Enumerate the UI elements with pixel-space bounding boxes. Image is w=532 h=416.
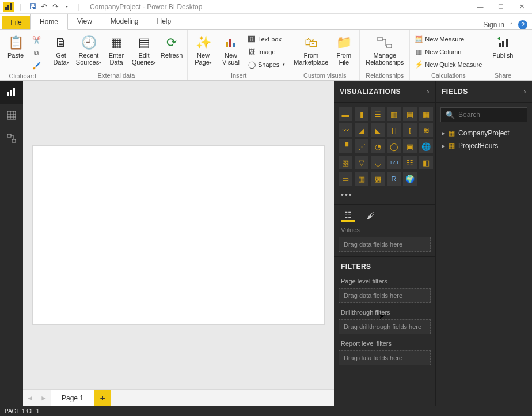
format-painter-button[interactable]: 🖌️ [31,60,41,71]
viz-slicer-icon[interactable]: ▭ [339,172,352,186]
canvas-scroll[interactable] [23,81,334,389]
drillthrough-dropzone[interactable]: Drag drillthrough fields here [339,319,431,334]
ribbon-tabs: File Home View Modeling Help Sign in ⌃ ? [0,14,532,30]
rail-report-view[interactable] [0,81,23,104]
close-button[interactable]: ✕ [511,0,532,14]
viz-line-icon[interactable]: 〰 [339,123,352,137]
viz-more-icon[interactable]: ••• [334,190,435,204]
new-column-button[interactable]: ▥New Column [413,46,483,58]
expand-icon: ▶ [442,131,445,136]
quick-measure-icon: ⚡ [415,60,423,69]
new-quick-measure-button[interactable]: ⚡New Quick Measure [413,59,483,70]
viz-treemap-icon[interactable]: ▣ [403,139,417,153]
viz-scatter-icon[interactable]: ⋰ [355,139,368,153]
save-icon[interactable]: 🖫 [28,2,37,12]
tab-view[interactable]: View [68,13,101,29]
report-page-canvas[interactable] [33,146,324,324]
sign-in-link[interactable]: Sign in [483,21,504,29]
viz-arcgis-icon[interactable]: 🌍 [403,172,417,186]
viz-ribbon-icon[interactable]: ≋ [419,123,433,137]
tab-help[interactable]: Help [148,13,181,29]
fields-header: FIELDS › [436,81,532,103]
viz-line-clustered-icon[interactable]: ⫿ [403,123,417,137]
format-tab-icon[interactable]: 🖌 [364,209,378,222]
viz-donut-icon[interactable]: ◯ [387,139,401,153]
page-level-filters-dropzone[interactable]: Drag data fields here [339,288,431,303]
viz-kpi-icon[interactable]: ◧ [419,156,433,169]
ribbon-group-insert: ✨ New Page▾ New Visual 🅰Text box 🖼Image … [188,30,290,80]
viz-funnel-icon[interactable]: ▽ [355,156,368,169]
viz-multi-card-icon[interactable]: ☷ [403,156,417,169]
collapse-ribbon-icon[interactable]: ⌃ [509,22,514,28]
report-level-filters-dropzone[interactable]: Drag data fields here [339,350,431,365]
get-data-button[interactable]: 🗎 Get Data▾ [49,32,73,69]
svg-rect-10 [506,39,508,47]
tab-file[interactable]: File [2,16,30,29]
copy-button[interactable]: ⧉ [31,47,41,59]
cut-button[interactable]: ✂️ [31,35,41,46]
edit-queries-button[interactable]: ▤ Edit Queries▾ [132,32,156,69]
publish-button[interactable]: Publish [491,32,515,69]
viz-matrix-icon[interactable]: ▩ [371,172,385,186]
viz-table-icon[interactable]: ▦ [355,172,368,186]
add-page-button[interactable]: + [94,390,111,406]
maximize-button[interactable]: ☐ [491,0,511,14]
field-table-projecthours[interactable]: ▶ ▦ ProjectHours [436,139,532,152]
format-painter-icon: 🖌️ [32,62,40,70]
viz-stacked-column-icon[interactable]: ▮ [355,107,368,121]
new-measure-button[interactable]: 🧮New Measure [413,33,483,45]
undo-icon[interactable]: ↶ [39,2,48,12]
chevron-down-icon3: ▾ [154,60,156,65]
viz-area-icon[interactable]: ◢ [355,123,368,137]
viz-stacked-bar-icon[interactable]: ▬ [339,107,352,121]
collapse-fields-pane-icon[interactable]: › [524,88,527,96]
help-icon[interactable]: ? [518,20,527,29]
manage-relationships-button[interactable]: Manage Relationships [363,32,406,69]
page-prev-button[interactable]: ◄ [23,390,37,406]
image-button[interactable]: 🖼Image [246,46,286,58]
page-next-button[interactable]: ► [37,390,51,406]
fields-tab-icon[interactable]: ☷ [341,209,355,222]
filters-header: FILTERS [334,256,435,277]
enter-data-button[interactable]: ▦ Enter Data [104,32,128,69]
viz-map-icon[interactable]: 🌐 [419,139,433,153]
new-visual-button[interactable]: New Visual [219,32,243,69]
viz-card-icon[interactable]: 123 [387,156,401,169]
viz-100pct-bar-icon[interactable]: ▤ [403,107,417,121]
relationships-icon [377,35,393,51]
viz-100pct-column-icon[interactable]: ▦ [419,107,433,121]
tab-modeling[interactable]: Modeling [101,13,148,29]
fields-search-input[interactable] [458,111,532,119]
redo-icon[interactable]: ↷ [51,2,60,12]
qat-dropdown-icon[interactable]: ▾ [62,2,71,12]
viz-gauge-icon[interactable]: ◡ [371,156,385,169]
from-marketplace-button[interactable]: 🛍 From Marketplace [294,32,328,69]
viz-filled-map-icon[interactable]: ▧ [339,156,352,169]
viz-clustered-column-icon[interactable]: ▥ [387,107,401,121]
viz-line-column-icon[interactable]: ⫼ [387,123,401,137]
from-file-button[interactable]: 📁 From File [332,32,356,69]
viz-r-icon[interactable]: R [387,172,401,186]
viz-pie-icon[interactable]: ◔ [371,139,385,153]
marketplace-icon: 🛍 [303,35,319,51]
paste-button[interactable]: 📋 Paste [3,32,28,69]
expand-icon: ▶ [442,143,445,149]
tab-home[interactable]: Home [30,14,68,30]
new-page-button[interactable]: ✨ New Page▾ [191,32,215,69]
viz-clustered-bar-icon[interactable]: ☰ [371,107,385,121]
minimize-button[interactable]: — [470,0,491,14]
shapes-button[interactable]: ◯Shapes▾ [246,59,286,70]
textbox-button[interactable]: 🅰Text box [246,33,286,45]
collapse-viz-pane-icon[interactable]: › [427,88,430,96]
get-data-icon: 🗎 [53,35,69,51]
fields-search-box[interactable]: 🔍 [440,107,527,122]
field-table-companyproject[interactable]: ▶ ▦ CompanyProject [436,127,532,139]
recent-sources-button[interactable]: 🕘 Recent Sources▾ [77,32,101,69]
refresh-button[interactable]: ⟳ Refresh [159,32,184,69]
viz-waterfall-icon[interactable]: ▝ [339,139,352,153]
rail-data-view[interactable] [0,104,23,127]
page-tab-1[interactable]: Page 1 [51,390,94,406]
values-dropzone[interactable]: Drag data fields here [339,237,431,252]
rail-model-view[interactable] [0,127,23,150]
viz-stacked-area-icon[interactable]: ◣ [371,123,385,137]
